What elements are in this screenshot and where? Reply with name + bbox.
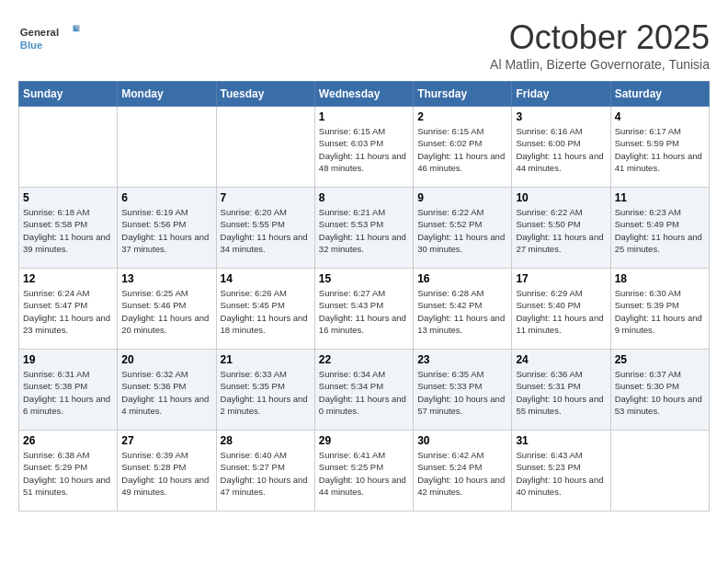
day-number: 4 [615, 110, 705, 123]
svg-text:Blue: Blue [20, 40, 43, 51]
day-info: Sunrise: 6:39 AM Sunset: 5:28 PM Dayligh… [121, 449, 211, 498]
header-thursday: Thursday [414, 82, 512, 107]
calendar-cell: 13Sunrise: 6:25 AM Sunset: 5:46 PM Dayli… [118, 269, 216, 350]
day-number: 26 [23, 434, 113, 447]
day-number: 25 [615, 353, 705, 366]
calendar-cell [118, 107, 216, 188]
calendar-cell: 17Sunrise: 6:29 AM Sunset: 5:40 PM Dayli… [512, 269, 610, 350]
day-number: 1 [319, 110, 409, 123]
calendar-cell: 28Sunrise: 6:40 AM Sunset: 5:27 PM Dayli… [216, 431, 314, 511]
day-info: Sunrise: 6:41 AM Sunset: 5:25 PM Dayligh… [319, 449, 409, 498]
calendar-cell [216, 107, 314, 188]
calendar-cell: 3Sunrise: 6:16 AM Sunset: 6:00 PM Daylig… [512, 107, 610, 188]
day-info: Sunrise: 6:26 AM Sunset: 5:45 PM Dayligh… [221, 287, 311, 336]
day-info: Sunrise: 6:37 AM Sunset: 5:30 PM Dayligh… [615, 368, 705, 417]
day-number: 7 [221, 191, 311, 204]
day-info: Sunrise: 6:31 AM Sunset: 5:38 PM Dayligh… [23, 368, 113, 417]
week-row-1: 1Sunrise: 6:15 AM Sunset: 6:03 PM Daylig… [19, 107, 710, 188]
day-info: Sunrise: 6:18 AM Sunset: 5:58 PM Dayligh… [23, 206, 113, 255]
calendar-header-row: SundayMondayTuesdayWednesdayThursdayFrid… [19, 82, 710, 107]
calendar-cell: 18Sunrise: 6:30 AM Sunset: 5:39 PM Dayli… [610, 269, 709, 350]
day-number: 11 [615, 191, 705, 204]
day-number: 8 [319, 191, 409, 204]
location-subtitle: Al Matlin, Bizerte Governorate, Tunisia [490, 57, 710, 72]
calendar-cell: 14Sunrise: 6:26 AM Sunset: 5:45 PM Dayli… [216, 269, 314, 350]
calendar-cell: 31Sunrise: 6:43 AM Sunset: 5:23 PM Dayli… [512, 431, 610, 511]
day-info: Sunrise: 6:22 AM Sunset: 5:52 PM Dayligh… [417, 206, 507, 255]
calendar-cell: 23Sunrise: 6:35 AM Sunset: 5:33 PM Dayli… [414, 350, 512, 431]
day-info: Sunrise: 6:28 AM Sunset: 5:42 PM Dayligh… [417, 287, 507, 336]
day-info: Sunrise: 6:27 AM Sunset: 5:43 PM Dayligh… [319, 287, 409, 336]
day-number: 24 [516, 353, 606, 366]
calendar-cell: 2Sunrise: 6:15 AM Sunset: 6:02 PM Daylig… [414, 107, 512, 188]
week-row-2: 5Sunrise: 6:18 AM Sunset: 5:58 PM Daylig… [19, 188, 710, 269]
calendar-cell: 15Sunrise: 6:27 AM Sunset: 5:43 PM Dayli… [314, 269, 413, 350]
day-number: 29 [319, 434, 409, 447]
calendar-cell: 1Sunrise: 6:15 AM Sunset: 6:03 PM Daylig… [314, 107, 413, 188]
day-number: 14 [221, 272, 311, 285]
day-number: 9 [417, 191, 507, 204]
week-row-4: 19Sunrise: 6:31 AM Sunset: 5:38 PM Dayli… [19, 350, 710, 431]
header-sunday: Sunday [19, 82, 118, 107]
day-number: 3 [516, 110, 606, 123]
day-info: Sunrise: 6:24 AM Sunset: 5:47 PM Dayligh… [23, 287, 113, 336]
calendar-cell: 21Sunrise: 6:33 AM Sunset: 5:35 PM Dayli… [216, 350, 314, 431]
calendar-cell [19, 107, 118, 188]
day-number: 17 [516, 272, 606, 285]
week-row-3: 12Sunrise: 6:24 AM Sunset: 5:47 PM Dayli… [19, 269, 710, 350]
calendar-table: SundayMondayTuesdayWednesdayThursdayFrid… [18, 81, 710, 511]
day-number: 12 [23, 272, 113, 285]
calendar-cell: 12Sunrise: 6:24 AM Sunset: 5:47 PM Dayli… [19, 269, 118, 350]
calendar-cell: 29Sunrise: 6:41 AM Sunset: 5:25 PM Dayli… [314, 431, 413, 511]
day-info: Sunrise: 6:30 AM Sunset: 5:39 PM Dayligh… [615, 287, 705, 336]
calendar-cell: 4Sunrise: 6:17 AM Sunset: 5:59 PM Daylig… [610, 107, 709, 188]
day-info: Sunrise: 6:34 AM Sunset: 5:34 PM Dayligh… [319, 368, 409, 417]
day-info: Sunrise: 6:42 AM Sunset: 5:24 PM Dayligh… [417, 449, 507, 498]
header-saturday: Saturday [610, 82, 709, 107]
day-number: 28 [221, 434, 311, 447]
day-number: 31 [516, 434, 606, 447]
header-wednesday: Wednesday [314, 82, 413, 107]
day-number: 16 [417, 272, 507, 285]
day-number: 23 [417, 353, 507, 366]
calendar-cell: 10Sunrise: 6:22 AM Sunset: 5:50 PM Dayli… [512, 188, 610, 269]
day-info: Sunrise: 6:29 AM Sunset: 5:40 PM Dayligh… [516, 287, 606, 336]
calendar-cell: 19Sunrise: 6:31 AM Sunset: 5:38 PM Dayli… [19, 350, 118, 431]
day-number: 22 [319, 353, 409, 366]
calendar-cell: 6Sunrise: 6:19 AM Sunset: 5:56 PM Daylig… [118, 188, 216, 269]
day-info: Sunrise: 6:43 AM Sunset: 5:23 PM Dayligh… [516, 449, 606, 498]
logo: General Blue [18, 18, 83, 60]
title-section: October 2025 Al Matlin, Bizerte Governor… [490, 18, 710, 72]
calendar-cell: 9Sunrise: 6:22 AM Sunset: 5:52 PM Daylig… [414, 188, 512, 269]
day-number: 2 [417, 110, 507, 123]
day-number: 27 [121, 434, 211, 447]
calendar-cell: 20Sunrise: 6:32 AM Sunset: 5:36 PM Dayli… [118, 350, 216, 431]
svg-text:General: General [20, 27, 59, 38]
day-info: Sunrise: 6:25 AM Sunset: 5:46 PM Dayligh… [121, 287, 211, 336]
day-number: 13 [121, 272, 211, 285]
calendar-body: 1Sunrise: 6:15 AM Sunset: 6:03 PM Daylig… [19, 107, 710, 511]
day-number: 30 [417, 434, 507, 447]
day-info: Sunrise: 6:23 AM Sunset: 5:49 PM Dayligh… [615, 206, 705, 255]
day-info: Sunrise: 6:17 AM Sunset: 5:59 PM Dayligh… [615, 125, 705, 174]
logo-svg: General Blue [18, 18, 83, 60]
day-number: 15 [319, 272, 409, 285]
header-monday: Monday [118, 82, 216, 107]
calendar-cell: 8Sunrise: 6:21 AM Sunset: 5:53 PM Daylig… [314, 188, 413, 269]
calendar-cell: 7Sunrise: 6:20 AM Sunset: 5:55 PM Daylig… [216, 188, 314, 269]
calendar-cell: 26Sunrise: 6:38 AM Sunset: 5:29 PM Dayli… [19, 431, 118, 511]
day-number: 21 [221, 353, 311, 366]
calendar-cell: 25Sunrise: 6:37 AM Sunset: 5:30 PM Dayli… [610, 350, 709, 431]
week-row-5: 26Sunrise: 6:38 AM Sunset: 5:29 PM Dayli… [19, 431, 710, 511]
calendar-cell: 27Sunrise: 6:39 AM Sunset: 5:28 PM Dayli… [118, 431, 216, 511]
header-tuesday: Tuesday [216, 82, 314, 107]
day-number: 19 [23, 353, 113, 366]
day-info: Sunrise: 6:15 AM Sunset: 6:03 PM Dayligh… [319, 125, 409, 174]
header-friday: Friday [512, 82, 610, 107]
day-number: 20 [121, 353, 211, 366]
calendar-cell: 16Sunrise: 6:28 AM Sunset: 5:42 PM Dayli… [414, 269, 512, 350]
calendar-cell: 5Sunrise: 6:18 AM Sunset: 5:58 PM Daylig… [19, 188, 118, 269]
day-info: Sunrise: 6:20 AM Sunset: 5:55 PM Dayligh… [221, 206, 311, 255]
day-number: 10 [516, 191, 606, 204]
page-header: General Blue October 2025 Al Matlin, Biz… [18, 18, 710, 72]
